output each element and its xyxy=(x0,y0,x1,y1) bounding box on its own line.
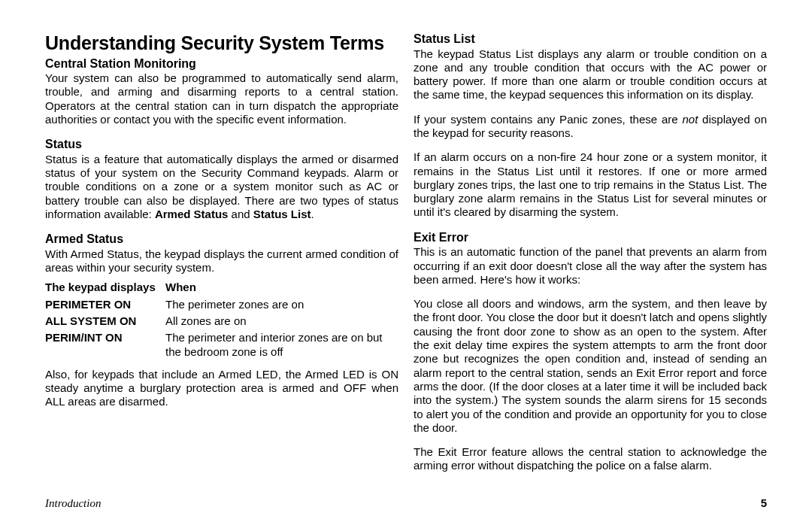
left-column: Understanding Security System Terms Cent… xyxy=(45,32,398,490)
para-ee3: The Exit Error feature allows the centra… xyxy=(414,445,767,473)
document-page: Understanding Security System Terms Cent… xyxy=(0,0,812,525)
text: If your system contains any Panic zones,… xyxy=(414,113,682,126)
para-sl3: If an alarm occurs on a non-fire 24 hour… xyxy=(414,150,767,219)
cell: The perimeter and interior zones are on … xyxy=(165,329,398,360)
footer-page-number: 5 xyxy=(761,496,767,510)
th-displays: The keypad displays xyxy=(45,279,165,296)
th-when: When xyxy=(165,279,398,296)
table-header: The keypad displays When xyxy=(45,279,398,296)
armed-status-table: The keypad displays When PERIMETER ON Th… xyxy=(45,279,398,360)
page-footer: Introduction 5 xyxy=(45,496,767,510)
cell: All zones are on xyxy=(165,313,398,329)
para-armed: With Armed Status, the keypad displays t… xyxy=(45,247,398,275)
table-row: ALL SYSTEM ON All zones are on xyxy=(45,313,398,329)
para-ee2: You close all doors and windows, arm the… xyxy=(414,297,767,435)
cell: PERIM/INT ON xyxy=(45,329,165,360)
text: and xyxy=(228,208,253,220)
italic-not: not xyxy=(682,113,698,126)
heading-armed-status: Armed Status xyxy=(45,232,398,247)
heading-exit-error: Exit Error xyxy=(414,230,767,245)
cell: PERIMETER ON xyxy=(45,296,165,313)
table-row: PERIMETER ON The perimeter zones are on xyxy=(45,296,398,313)
heading-status: Status xyxy=(45,137,398,152)
page-title: Understanding Security System Terms xyxy=(45,32,398,55)
para-status: Status is a feature that automatically d… xyxy=(45,153,398,221)
para-csm: Your system can also be programmed to au… xyxy=(45,71,398,126)
heading-csm: Central Station Monitoring xyxy=(45,56,398,71)
para-sl1: The keypad Status List displays any alar… xyxy=(414,47,767,102)
cell: The perimeter zones are on xyxy=(165,296,398,313)
cell: ALL SYSTEM ON xyxy=(45,313,165,329)
para-ee1: This is an automatic function of the pan… xyxy=(414,245,767,287)
heading-status-list: Status List xyxy=(414,32,767,47)
para-led: Also, for keypads that include an Armed … xyxy=(45,368,398,409)
bold-armed-status: Armed Status xyxy=(155,208,229,220)
text: . xyxy=(311,208,314,220)
columns: Understanding Security System Terms Cent… xyxy=(45,32,767,490)
footer-section-name: Introduction xyxy=(45,496,101,510)
bold-status-list: Status List xyxy=(253,208,311,220)
right-column: Status List The keypad Status List displ… xyxy=(414,32,767,490)
para-sl2: If your system contains any Panic zones,… xyxy=(414,113,767,141)
table-row: PERIM/INT ON The perimeter and interior … xyxy=(45,329,398,360)
